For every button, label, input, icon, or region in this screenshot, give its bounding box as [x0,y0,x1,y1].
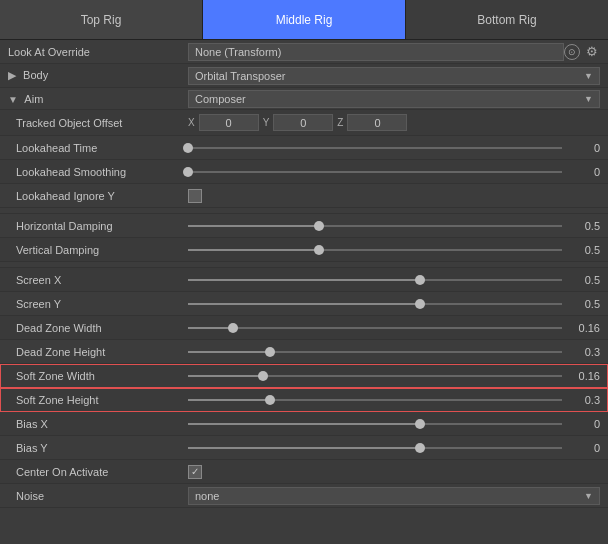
lookahead-ignore-y-label: Lookahead Ignore Y [8,190,188,202]
vertical-damping-track[interactable] [188,249,562,251]
horizontal-damping-track[interactable] [188,225,562,227]
xyz-z-input[interactable] [347,114,407,131]
soft-zone-height-fill [188,399,270,401]
look-at-override-dropdown[interactable]: None (Transform) [188,43,564,61]
xyz-fields: X Y Z [188,114,600,131]
soft-zone-width-row: Soft Zone Width 0.16 [0,364,608,388]
body-dropdown[interactable]: Orbital Transposer ▼ [188,67,600,85]
body-row: ▶ Body Orbital Transposer ▼ [0,64,608,88]
dead-zone-height-thumb[interactable] [265,347,275,357]
aim-row: ▼ Aim Composer ▼ [0,88,608,110]
noise-dropdown-text: none [195,490,219,502]
bias-x-thumb[interactable] [415,419,425,429]
content-area: Look At Override None (Transform) ⊙ ⚙ ▶ … [0,40,608,508]
soft-zone-width-value: 0.16 [188,370,600,382]
aim-dropdown-arrow: ▼ [584,94,593,104]
look-at-override-value: None (Transform) ⊙ ⚙ [188,43,600,61]
bias-x-fill [188,423,420,425]
tab-bottom-rig[interactable]: Bottom Rig [406,0,608,39]
soft-zone-width-fill [188,375,263,377]
tracked-object-offset-label: Tracked Object Offset [8,117,188,129]
lookahead-ignore-y-checkbox[interactable] [188,189,202,203]
screen-y-row: Screen Y 0.5 [0,292,608,316]
tab-middle-rig[interactable]: Middle Rig [203,0,406,39]
tab-top-rig[interactable]: Top Rig [0,0,203,39]
bias-y-value: 0 [188,442,600,454]
screen-x-value-text: 0.5 [568,274,600,286]
lookahead-time-label: Lookahead Time [8,142,188,154]
lookahead-smoothing-value-text: 0 [568,166,600,178]
xyz-y-input[interactable] [273,114,333,131]
xyz-y-label: Y [263,117,270,128]
noise-dropdown-arrow: ▼ [584,491,593,501]
aim-label-text: Aim [24,93,43,105]
xyz-x-label: X [188,117,195,128]
tab-bottom-rig-label: Bottom Rig [477,13,536,27]
target-icon[interactable]: ⊙ [564,44,580,60]
soft-zone-height-thumb[interactable] [265,395,275,405]
bias-x-label: Bias X [8,418,188,430]
center-on-activate-checkbox[interactable]: ✓ [188,465,202,479]
dead-zone-height-row: Dead Zone Height 0.3 [0,340,608,364]
aim-value: Composer ▼ [188,90,600,108]
aim-dropdown-text: Composer [195,93,246,105]
screen-y-thumb[interactable] [415,299,425,309]
noise-label: Noise [8,490,188,502]
lookahead-time-track[interactable] [188,147,562,149]
bias-y-label: Bias Y [8,442,188,454]
gear-icon[interactable]: ⚙ [584,44,600,60]
lookahead-smoothing-thumb[interactable] [183,167,193,177]
bias-x-slider-container: 0 [188,418,600,430]
center-on-activate-row: Center On Activate ✓ [0,460,608,484]
dead-zone-height-label: Dead Zone Height [8,346,188,358]
soft-zone-width-track[interactable] [188,375,562,377]
screen-x-thumb[interactable] [415,275,425,285]
body-collapse-arrow[interactable]: ▶ [8,69,16,81]
body-dropdown-text: Orbital Transposer [195,70,285,82]
lookahead-time-thumb[interactable] [183,143,193,153]
center-on-activate-label: Center On Activate [8,466,188,478]
screen-x-track[interactable] [188,279,562,281]
horizontal-damping-value-text: 0.5 [568,220,600,232]
lookahead-smoothing-track[interactable] [188,171,562,173]
dead-zone-width-thumb[interactable] [228,323,238,333]
soft-zone-height-label: Soft Zone Height [8,394,188,406]
soft-zone-width-thumb[interactable] [258,371,268,381]
dead-zone-width-row: Dead Zone Width 0.16 [0,316,608,340]
dead-zone-width-fill [188,327,233,329]
horizontal-damping-label: Horizontal Damping [8,220,188,232]
center-on-activate-value: ✓ [188,465,600,479]
dead-zone-height-fill [188,351,270,353]
horizontal-damping-thumb[interactable] [314,221,324,231]
body-label-text: Body [23,69,48,81]
lookahead-time-value-text: 0 [568,142,600,154]
bias-x-value: 0 [188,418,600,430]
bias-x-track[interactable] [188,423,562,425]
vertical-damping-value: 0.5 [188,244,600,256]
noise-row: Noise none ▼ [0,484,608,508]
vertical-damping-slider-container: 0.5 [188,244,600,256]
dead-zone-width-track[interactable] [188,327,562,329]
vertical-damping-label: Vertical Damping [8,244,188,256]
screen-y-track[interactable] [188,303,562,305]
bias-y-thumb[interactable] [415,443,425,453]
xyz-z-label: Z [337,117,343,128]
bias-y-row: Bias Y 0 [0,436,608,460]
horizontal-damping-row: Horizontal Damping 0.5 [0,214,608,238]
xyz-x-input[interactable] [199,114,259,131]
screen-x-value: 0.5 [188,274,600,286]
aim-dropdown[interactable]: Composer ▼ [188,90,600,108]
screen-y-value-text: 0.5 [568,298,600,310]
aim-collapse-arrow[interactable]: ▼ [8,94,18,105]
bias-y-slider-container: 0 [188,442,600,454]
body-value: Orbital Transposer ▼ [188,67,600,85]
lookahead-time-row: Lookahead Time 0 [0,136,608,160]
noise-dropdown[interactable]: none ▼ [188,487,600,505]
vertical-damping-thumb[interactable] [314,245,324,255]
dead-zone-height-track[interactable] [188,351,562,353]
bias-y-track[interactable] [188,447,562,449]
lookahead-smoothing-slider-container: 0 [188,166,600,178]
soft-zone-height-track[interactable] [188,399,562,401]
xyz-z-field: Z [337,114,407,131]
dead-zone-width-label: Dead Zone Width [8,322,188,334]
